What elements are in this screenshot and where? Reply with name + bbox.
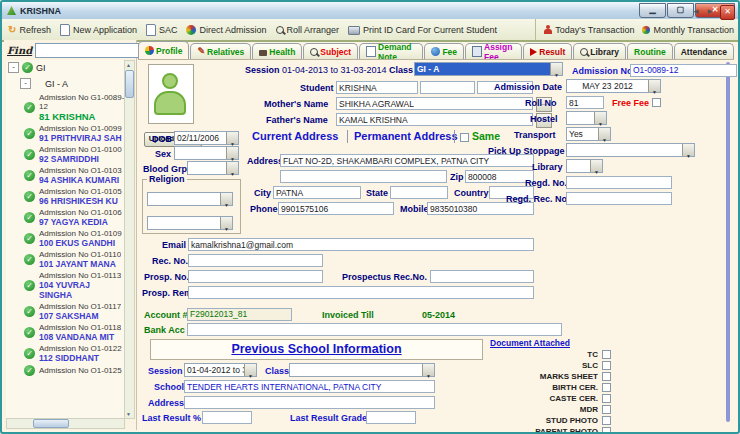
student-first-name-field[interactable]	[336, 81, 418, 94]
sex-select[interactable]	[174, 146, 239, 160]
admission-date-select[interactable]: MAY 23 2012	[566, 79, 661, 93]
student-item[interactable]: Admission No O1-010596 HRISHIKESH KU	[6, 186, 125, 207]
new-application-button[interactable]: New Application	[60, 24, 137, 36]
tab-library[interactable]: Library	[573, 43, 626, 59]
minimize-button[interactable]: ▁	[639, 3, 666, 18]
direct-admission-button[interactable]: Direct Admission	[186, 25, 266, 35]
print-id-card-button[interactable]: Print ID Card For Current Student	[348, 24, 497, 35]
tab-nav-arrows-icon[interactable]: ◄ ►	[692, 7, 716, 16]
student-item[interactable]: Admission No O1-0125	[6, 364, 125, 377]
chevron-down-icon[interactable]	[550, 63, 562, 75]
city-field[interactable]	[273, 186, 361, 199]
doc-slc-checkbox[interactable]	[602, 361, 611, 370]
sidebar-vertical-scrollbar[interactable]: ▲ ▼	[124, 60, 135, 419]
regd-no-field[interactable]	[566, 176, 672, 189]
doc-marks-sheet-checkbox[interactable]	[602, 372, 611, 381]
roll-arranger-button[interactable]: Roll Arranger	[276, 25, 340, 35]
free-fee-checkbox[interactable]	[652, 98, 661, 107]
student-item[interactable]: Admission No O1-010394 ASHIKA KUMARI	[6, 165, 125, 186]
chevron-down-icon[interactable]	[244, 364, 256, 376]
tab-profile[interactable]: Profile	[138, 41, 189, 59]
refresh-button[interactable]: ↻Refresh	[8, 24, 51, 35]
chevron-down-icon[interactable]	[226, 132, 238, 144]
doc-mdr-checkbox[interactable]	[602, 405, 611, 414]
chevron-down-icon[interactable]	[590, 160, 602, 172]
roll-no-field[interactable]	[566, 96, 604, 109]
student-item[interactable]: Admission No O1-0118108 VANDANA MIT	[6, 322, 125, 343]
prev-session-select[interactable]: 01-04-2012 to 3	[184, 363, 257, 377]
tree-root-gi[interactable]: GI	[6, 60, 125, 75]
tab-routine[interactable]: Routine	[627, 43, 673, 59]
father-name-field[interactable]	[336, 113, 533, 126]
religion-select[interactable]	[147, 192, 233, 206]
regd-rec-no-field[interactable]	[566, 192, 672, 205]
doc-caste-cer-checkbox[interactable]	[602, 394, 611, 403]
tab-subject[interactable]: Subject	[303, 43, 358, 59]
find-input[interactable]	[35, 43, 139, 58]
collapse-icon[interactable]	[20, 78, 31, 89]
prosp-no-field[interactable]	[188, 270, 323, 283]
transport-select[interactable]: Yes	[566, 127, 611, 141]
last-result-field[interactable]	[202, 411, 252, 424]
student-item[interactable]: Admission No O1-010697 YAGYA KEDIA	[6, 207, 125, 228]
student-item[interactable]: Admission No O1-0109100 EKUS GANDHI	[6, 228, 125, 249]
monthly-transaction-button[interactable]: Monthly Transaction	[642, 25, 734, 35]
last-grade-field[interactable]	[366, 411, 416, 424]
prev-school-field[interactable]	[184, 380, 435, 393]
bank-acc-field[interactable]	[187, 323, 562, 336]
prev-class-select[interactable]	[289, 363, 435, 377]
caste-select[interactable]	[147, 216, 233, 230]
blood-group-select[interactable]	[187, 161, 239, 175]
prospectus-rec-field[interactable]	[430, 270, 534, 283]
scroll-thumb[interactable]	[33, 419, 69, 428]
tab-assign-fee[interactable]: Assign Fee	[465, 43, 522, 59]
tree-group-gi-a[interactable]: GI - A	[6, 75, 125, 92]
scroll-down-icon[interactable]: ▼	[125, 410, 132, 418]
chevron-down-icon[interactable]	[226, 162, 238, 174]
phone-field[interactable]	[278, 202, 394, 215]
doc-birth-cer-checkbox[interactable]	[602, 383, 611, 392]
chevron-down-icon[interactable]	[422, 364, 434, 376]
state-field[interactable]	[390, 186, 448, 199]
student-item[interactable]: Admission No O1-0117107 SAKSHAM	[6, 301, 125, 322]
address-line2-field[interactable]	[280, 170, 447, 183]
student-middle-name-field[interactable]	[420, 81, 475, 94]
doc-parent-photo-checkbox[interactable]	[602, 427, 611, 434]
doc-stud-photo-checkbox[interactable]	[602, 416, 611, 425]
current-address-tab[interactable]: Current Address	[252, 130, 338, 142]
tab-demand-note[interactable]: Demand Note	[359, 43, 423, 59]
tab-attendance[interactable]: Attendance	[674, 43, 734, 59]
permanent-address-tab[interactable]: Permanent Address	[354, 130, 458, 142]
chevron-down-icon[interactable]	[648, 80, 660, 92]
chevron-down-icon[interactable]	[220, 217, 232, 229]
prev-address-field[interactable]	[184, 396, 435, 409]
tab-close-icon[interactable]	[720, 5, 735, 20]
student-item[interactable]: Admission No O1-0110101 JAYANT MANA	[6, 249, 125, 270]
dob-select[interactable]: 02/11/2006	[174, 131, 239, 145]
todays-transaction-button[interactable]: Today's Transaction	[544, 25, 634, 35]
rec-no-field[interactable]	[188, 254, 323, 267]
class-select[interactable]: GI - A	[414, 62, 563, 76]
student-item[interactable]: Admission No G1-0089-1281 KRISHNA	[6, 92, 125, 123]
pickup-stoppage-select[interactable]	[566, 143, 695, 157]
prosp-rem-field[interactable]	[188, 286, 534, 299]
chevron-down-icon[interactable]	[226, 147, 238, 159]
collapse-icon[interactable]	[8, 62, 19, 73]
maximize-button[interactable]: ▢	[667, 3, 694, 18]
scroll-thumb[interactable]	[125, 70, 134, 98]
tab-fee[interactable]: Fee	[424, 43, 464, 59]
chevron-down-icon[interactable]	[594, 112, 606, 124]
student-item[interactable]: Admission No O1-0122112 SIDDHANT	[6, 343, 125, 364]
scroll-up-icon[interactable]: ▲	[125, 61, 132, 69]
student-item[interactable]: Admission No O1-009991 PRITHVIRAJ SAH	[6, 123, 125, 144]
chevron-down-icon[interactable]	[220, 193, 232, 205]
sac-button[interactable]: SAC	[146, 24, 178, 36]
tab-health[interactable]: Health	[252, 43, 302, 59]
main-scrollbar[interactable]	[726, 62, 730, 422]
student-item[interactable]: Admission No O1-0113104 YUVRAJ SINGHA	[6, 270, 125, 301]
tab-result[interactable]: Result	[523, 43, 572, 59]
sidebar-horizontal-scrollbar[interactable]	[6, 418, 125, 429]
chevron-down-icon[interactable]	[682, 144, 694, 156]
tab-relatives[interactable]: ✎Relatives	[190, 43, 251, 59]
chevron-down-icon[interactable]	[598, 128, 610, 140]
